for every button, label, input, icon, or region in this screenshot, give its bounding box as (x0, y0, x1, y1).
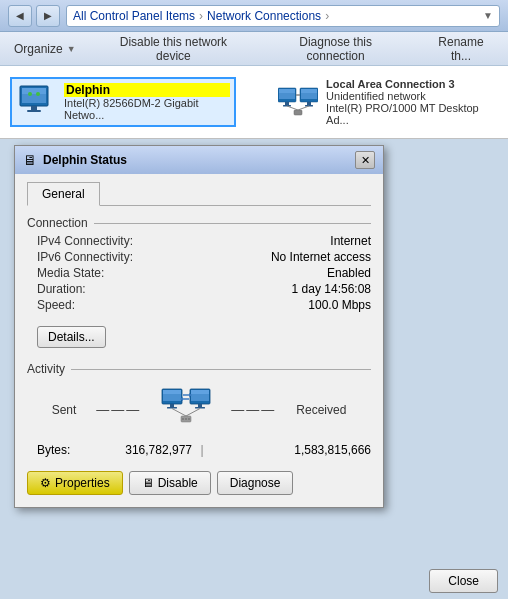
diagnose-connection-label: Diagnose this connection (271, 35, 400, 63)
speed-label: Speed: (37, 298, 263, 312)
delphin-name: Delphin (64, 83, 230, 97)
organize-button[interactable]: Organize ▼ (8, 38, 82, 60)
breadcrumb-sep-2: › (325, 9, 329, 23)
svg-rect-29 (198, 404, 202, 407)
rename-label: Rename th... (428, 35, 494, 63)
received-label: Received (296, 403, 346, 417)
dialog-title-left: 🖥 Delphin Status (23, 152, 127, 168)
lan3-name: Local Area Connection 3 (326, 78, 492, 90)
dialog-title-icon: 🖥 (23, 152, 37, 168)
ipv4-label: IPv4 Connectivity: (37, 234, 263, 248)
activity-section-header: Activity (27, 362, 371, 376)
svg-rect-28 (191, 390, 209, 394)
svg-point-40 (188, 418, 190, 420)
tab-strip: General (27, 182, 371, 206)
sent-dashes: ——— (96, 402, 141, 417)
disable-network-button[interactable]: Disable this network device (98, 31, 250, 67)
properties-icon: ⚙ (40, 476, 51, 490)
activity-section: Activity Sent ——— (27, 362, 371, 457)
connection-item-delphin[interactable]: Delphin Intel(R) 82566DM-2 Gigabit Netwo… (10, 77, 236, 127)
breadcrumb-sep-1: › (199, 9, 203, 23)
svg-line-19 (287, 106, 298, 110)
disable-network-label: Disable this network device (104, 35, 244, 63)
svg-point-5 (28, 92, 32, 96)
svg-rect-23 (163, 390, 181, 394)
tab-general[interactable]: General (27, 182, 100, 206)
breadcrumb-dropdown[interactable]: ▼ (483, 10, 493, 21)
activity-icon (161, 386, 211, 433)
svg-line-36 (186, 409, 200, 417)
properties-label: Properties (55, 476, 110, 490)
diagnose-button[interactable]: Diagnose (217, 471, 294, 495)
media-state-label: Media State: (37, 266, 263, 280)
delphin-icon (16, 84, 56, 120)
disable-icon: 🖥 (142, 476, 154, 490)
back-button[interactable]: ◀ (8, 5, 32, 27)
svg-rect-3 (31, 106, 37, 110)
ipv6-value: No Internet access (271, 250, 371, 264)
bytes-row: Bytes: 316,782,977 | 1,583,815,666 (37, 443, 371, 457)
bytes-divider: | (192, 443, 212, 457)
svg-rect-4 (27, 110, 41, 112)
dialog-footer: ⚙ Properties 🖥 Disable Diagnose (27, 471, 371, 495)
bytes-received-value: 1,583,815,666 (212, 443, 371, 457)
lan3-sub1: Unidentified network (326, 90, 492, 102)
disable-button[interactable]: 🖥 Disable (129, 471, 211, 495)
media-state-value: Enabled (271, 266, 371, 280)
sent-label: Sent (52, 403, 77, 417)
ipv6-label: IPv6 Connectivity: (37, 250, 263, 264)
svg-point-38 (182, 418, 184, 420)
svg-line-35 (172, 409, 186, 417)
connection-item-lan3[interactable]: Local Area Connection 3 Unidentified net… (272, 72, 498, 132)
lan3-sub2: Intel(R) PRO/1000 MT Desktop Ad... (326, 102, 492, 126)
lan3-text: Local Area Connection 3 Unidentified net… (326, 78, 492, 126)
breadcrumb-item-1[interactable]: All Control Panel Items (73, 9, 195, 23)
speed-value: 100.0 Mbps (271, 298, 371, 312)
svg-point-6 (36, 92, 40, 96)
breadcrumb-item-2[interactable]: Network Connections (207, 9, 321, 23)
bytes-sent-value: 316,782,977 (92, 443, 192, 457)
main-close-area: Close (419, 563, 508, 599)
delphin-text: Delphin Intel(R) 82566DM-2 Gigabit Netwo… (64, 83, 230, 121)
dialog-body: General Connection IPv4 Connectivity: In… (15, 174, 383, 507)
diagnose-label: Diagnose (230, 476, 281, 490)
duration-value: 1 day 14:56:08 (271, 282, 371, 296)
duration-label: Duration: (37, 282, 263, 296)
connection-lan3-inner: Local Area Connection 3 Unidentified net… (278, 78, 492, 126)
forward-button[interactable]: ▶ (36, 5, 60, 27)
svg-rect-25 (167, 407, 177, 409)
toolbar: Organize ▼ Disable this network device D… (0, 32, 508, 66)
svg-line-20 (298, 106, 309, 110)
activity-visual: Sent ——— (27, 386, 371, 433)
svg-rect-15 (307, 102, 311, 105)
organize-label: Organize (14, 42, 63, 56)
bytes-label: Bytes: (37, 443, 92, 457)
properties-button[interactable]: ⚙ Properties (27, 471, 123, 495)
rename-button[interactable]: Rename th... (422, 31, 500, 67)
main-close-button[interactable]: Close (429, 569, 498, 593)
details-button[interactable]: Details... (37, 326, 106, 348)
svg-point-39 (185, 418, 187, 420)
connection-delphin-inner: Delphin Intel(R) 82566DM-2 Gigabit Netwo… (16, 83, 230, 121)
svg-rect-2 (22, 88, 46, 94)
diagnose-connection-button[interactable]: Diagnose this connection (265, 31, 406, 67)
breadcrumb[interactable]: All Control Panel Items › Network Connec… (66, 5, 500, 27)
title-bar: ◀ ▶ All Control Panel Items › Network Co… (0, 0, 508, 32)
svg-rect-9 (279, 89, 295, 93)
connections-panel: Delphin Intel(R) 82566DM-2 Gigabit Netwo… (0, 66, 508, 139)
recv-dashes: ——— (231, 402, 276, 417)
dialog-close-button[interactable]: ✕ (355, 151, 375, 169)
detail-grid: IPv4 Connectivity: Internet IPv6 Connect… (37, 234, 371, 312)
connection-section-header: Connection (27, 216, 371, 230)
svg-rect-30 (195, 407, 205, 409)
disable-label: Disable (158, 476, 198, 490)
svg-rect-14 (301, 89, 317, 93)
organize-chevron: ▼ (67, 44, 76, 54)
nav-buttons: ◀ ▶ (8, 5, 60, 27)
delphin-driver: Intel(R) 82566DM-2 Gigabit Netwo... (64, 97, 230, 121)
lan3-icon (278, 84, 318, 120)
dialog-titlebar: 🖥 Delphin Status ✕ (15, 146, 383, 174)
dialog-title-text: Delphin Status (43, 153, 127, 167)
svg-rect-24 (170, 404, 174, 407)
ipv4-value: Internet (271, 234, 371, 248)
